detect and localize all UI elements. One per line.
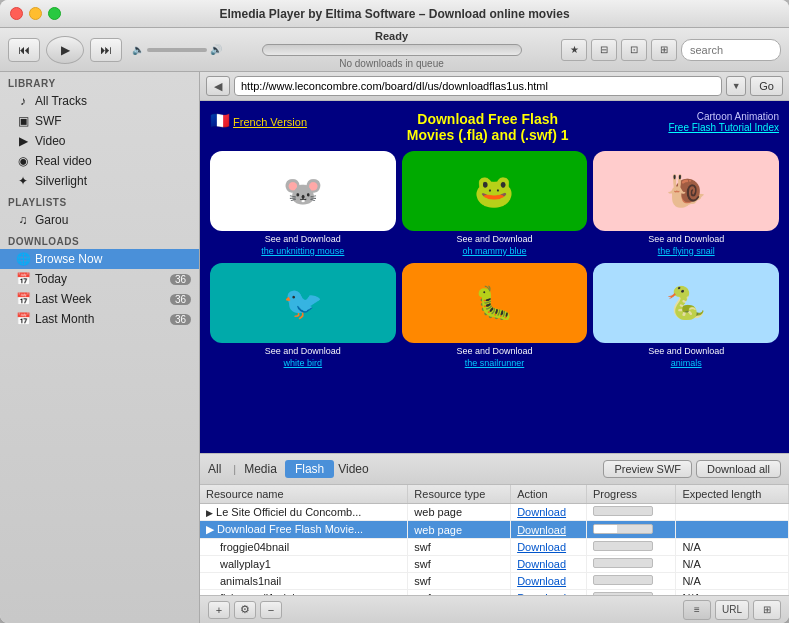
row-expand-arrow[interactable]: ▶	[206, 523, 214, 535]
sidebar-item-label: Video	[35, 134, 65, 148]
french-link[interactable]: French Version	[233, 116, 307, 128]
table-row[interactable]: ▶ Download Free Flash Movie... web page …	[200, 521, 789, 539]
url-dropdown[interactable]: ▼	[726, 76, 746, 96]
toolbar-right: ★ ⊟ ⊡ ⊞	[561, 39, 781, 61]
rewind-button[interactable]: ⏮	[8, 38, 40, 62]
calendar-icon: 📅	[16, 272, 30, 286]
download-all-button[interactable]: Download all	[696, 460, 781, 478]
table-row[interactable]: wallyplay1 swf Download N/A	[200, 556, 789, 573]
playlist-icon: ♫	[16, 213, 30, 227]
today-badge: 36	[170, 274, 191, 285]
preview-swf-button[interactable]: Preview SWF	[603, 460, 692, 478]
filter-flash[interactable]: Flash	[285, 460, 334, 478]
download-link[interactable]: Download	[517, 575, 566, 587]
calendar-week-icon: 📅	[16, 292, 30, 306]
close-button[interactable]	[10, 7, 23, 20]
settings-button[interactable]: ⚙	[234, 601, 256, 619]
row-name: wallyplay1	[200, 556, 408, 573]
filter-video[interactable]: Video	[338, 462, 368, 476]
layout-icon-3[interactable]: ⊞	[651, 39, 677, 61]
filter-media[interactable]: Media	[244, 462, 277, 476]
sidebar-item-label: Silverlight	[35, 174, 87, 188]
sidebar-item-swf[interactable]: ▣ SWF	[0, 111, 199, 131]
page-title-line2: Movies (.fla) and (.swf) 1	[307, 127, 668, 143]
grid-view-button[interactable]: ⊞	[753, 600, 781, 620]
flash-item-snailrunner: 🐛 See and Downloadthe snailrunner	[402, 263, 588, 369]
minimize-button[interactable]	[29, 7, 42, 20]
list-view-button[interactable]: ≡	[683, 600, 711, 620]
last-week-badge: 36	[170, 294, 191, 305]
flash-desc-1: See and Downloadthe unknitting mouse	[261, 234, 344, 257]
table-row[interactable]: froggie04bnail swf Download N/A	[200, 539, 789, 556]
row-length	[676, 521, 789, 539]
maximize-button[interactable]	[48, 7, 61, 20]
forward-button[interactable]: ⏭	[90, 38, 122, 62]
table-row[interactable]: animals1nail swf Download N/A	[200, 573, 789, 590]
sidebar-item-browse-now[interactable]: 🌐 Browse Now	[0, 249, 199, 269]
url-tag-button[interactable]: URL	[715, 600, 749, 620]
flash-thumb-5[interactable]: 🐛	[402, 263, 588, 343]
cartoon-link[interactable]: Free Flash Tutorial Index	[668, 122, 779, 133]
add-button[interactable]: +	[208, 601, 230, 619]
silverlight-icon: ✦	[16, 174, 30, 188]
flash-item-white-bird: 🐦 See and Downloadwhite bird	[210, 263, 396, 369]
sidebar-item-last-month[interactable]: 📅 Last Month 36	[0, 309, 199, 329]
flash-item-mammy-blue: 🐸 See and Downloadoh mammy blue	[402, 151, 588, 257]
col-progress: Progress	[586, 485, 675, 504]
search-input[interactable]	[681, 39, 781, 61]
video-icon: ▶	[16, 134, 30, 148]
sidebar-item-label: Last Month	[35, 312, 94, 326]
row-progress	[586, 504, 675, 521]
row-progress	[586, 556, 675, 573]
sidebar-item-all-tracks[interactable]: ♪ All Tracks	[0, 91, 199, 111]
download-link[interactable]: Download	[517, 506, 566, 518]
sidebar-item-garou[interactable]: ♫ Garou	[0, 210, 199, 230]
flash-thumb-6[interactable]: 🐍	[593, 263, 779, 343]
col-action: Action	[511, 485, 587, 504]
sidebar-item-last-week[interactable]: 📅 Last Week 36	[0, 289, 199, 309]
playlists-header: PLAYLISTS	[0, 191, 199, 210]
sidebar-item-silverlight[interactable]: ✦ Silverlight	[0, 171, 199, 191]
row-length	[676, 504, 789, 521]
sidebar-item-today[interactable]: 📅 Today 36	[0, 269, 199, 289]
remove-button[interactable]: −	[260, 601, 282, 619]
sidebar-item-video[interactable]: ▶ Video	[0, 131, 199, 151]
url-input[interactable]	[234, 76, 722, 96]
play-button[interactable]: ▶	[46, 36, 84, 64]
bookmark-icon[interactable]: ★	[561, 39, 587, 61]
row-expand-arrow[interactable]: ▶	[206, 508, 213, 518]
flash-thumb-4[interactable]: 🐦	[210, 263, 396, 343]
cartoon-box: Cartoon Animation Free Flash Tutorial In…	[668, 111, 779, 133]
download-link[interactable]: Download	[517, 558, 566, 570]
flash-thumb-2[interactable]: 🐸	[402, 151, 588, 231]
sidebar-item-label: Browse Now	[35, 252, 102, 266]
row-type: swf	[408, 556, 511, 573]
right-panel: ◀ ▼ Go 🇫🇷 French Version Download Free F…	[200, 72, 789, 623]
row-action: Download	[511, 539, 587, 556]
downloads-header: DOWNLOADS	[0, 230, 199, 249]
download-link[interactable]: Download	[517, 524, 566, 536]
flash-item-unknitting-mouse: 🐭 See and Downloadthe unknitting mouse	[210, 151, 396, 257]
view-controls: ≡ URL ⊞	[683, 600, 781, 620]
volume-icon: 🔈	[132, 44, 144, 55]
bottom-toolbar: + ⚙ − ≡ URL ⊞	[200, 595, 789, 623]
page-title: Download Free Flash Movies (.fla) and (.…	[307, 111, 668, 143]
flash-desc-2: See and Downloadoh mammy blue	[456, 234, 532, 257]
go-button[interactable]: Go	[750, 76, 783, 96]
layout-icon-1[interactable]: ⊟	[591, 39, 617, 61]
sidebar-item-real-video[interactable]: ◉ Real video	[0, 151, 199, 171]
layout-icon-2[interactable]: ⊡	[621, 39, 647, 61]
row-type: web page	[408, 521, 511, 539]
web-content: 🇫🇷 French Version Download Free Flash Mo…	[200, 101, 789, 453]
download-link[interactable]: Download	[517, 541, 566, 553]
row-length: N/A	[676, 539, 789, 556]
flash-desc-6: See and Downloadanimals	[648, 346, 724, 369]
volume-slider[interactable]	[147, 48, 207, 52]
flash-thumb-3[interactable]: 🐌	[593, 151, 779, 231]
row-progress	[586, 521, 675, 539]
volume-area: 🔈 🔊	[132, 44, 222, 55]
table-row[interactable]: ▶ Le Site Officiel du Concomb... web pag…	[200, 504, 789, 521]
flash-thumb-1[interactable]: 🐭	[210, 151, 396, 231]
filter-all[interactable]: All	[208, 462, 221, 476]
back-button[interactable]: ◀	[206, 76, 230, 96]
